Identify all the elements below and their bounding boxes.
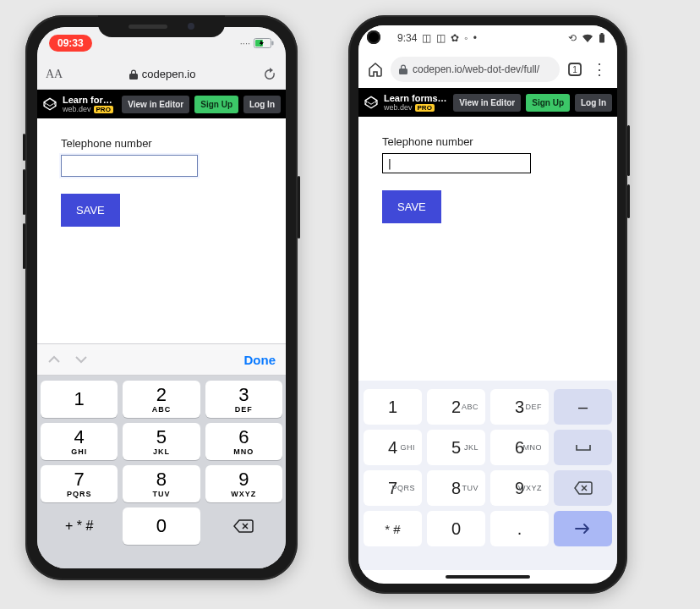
keypad-7[interactable]: 7PQRS	[41, 465, 118, 502]
codepen-title: Learn forms – virt...	[384, 93, 448, 103]
ios-numeric-keypad: 1 2ABC 3DEF 4GHI 5JKL 6MNO 7PQRS 8TUV 9W…	[37, 376, 286, 568]
page-content: Telephone number SAVE	[358, 117, 617, 381]
keypad-4[interactable]: 4GHI	[41, 423, 118, 460]
android-status-time: 9:34	[397, 32, 417, 44]
save-button[interactable]: SAVE	[61, 194, 120, 227]
keypad-space[interactable]	[554, 430, 612, 465]
keypad-5[interactable]: 5JKL	[427, 430, 485, 465]
android-status-bar: 9:34 ◫ ◫ ✿ ◦ • ⟲	[358, 25, 617, 51]
next-field-button[interactable]	[74, 354, 88, 365]
status-icon: ◫	[436, 32, 446, 44]
keypad-delete[interactable]	[205, 508, 282, 545]
keypad-3[interactable]: 3DEF	[490, 389, 549, 425]
keypad-9[interactable]: 9WXYZ	[490, 470, 549, 506]
svg-text:1: 1	[572, 65, 577, 74]
android-gesture-bar[interactable]	[358, 570, 617, 584]
chrome-menu-button[interactable]: ⋮	[590, 60, 609, 79]
reload-button[interactable]	[262, 67, 277, 82]
android-numeric-keypad: 1 2ABC 3DEF – 4GHI 5JKL 6MNO 7PQRS 8TUV	[358, 381, 617, 570]
vpn-icon: ⟲	[568, 32, 577, 44]
iphone-power-button	[298, 176, 300, 239]
keypad-8[interactable]: 8TUV	[427, 470, 485, 506]
svg-rect-2	[272, 41, 274, 46]
wifi-icon	[582, 34, 593, 42]
status-icon: •	[473, 32, 477, 44]
keypad-symbols[interactable]: * #	[364, 511, 422, 546]
keypad-3[interactable]: 3DEF	[205, 381, 282, 418]
ios-safari-toolbar: AA codepen.io	[37, 59, 286, 90]
telephone-input[interactable]	[382, 153, 531, 173]
keypad-0[interactable]: 0	[123, 508, 200, 545]
pro-badge: PRO	[415, 104, 435, 112]
view-in-editor-button[interactable]: View in Editor	[122, 96, 189, 113]
android-volume-rocker	[627, 125, 630, 176]
codepen-top-bar: Learn forms – virt... web.dev PRO View i…	[37, 90, 286, 118]
codepen-logo	[364, 95, 379, 110]
ios-keyboard-accessory: Done	[37, 343, 286, 376]
keypad-5[interactable]: 5JKL	[123, 423, 200, 460]
page-content: Telephone number SAVE	[37, 118, 286, 343]
chrome-home-button[interactable]	[367, 61, 384, 78]
backspace-icon	[573, 481, 593, 495]
iphone-notch	[98, 15, 225, 37]
codepen-logo	[42, 96, 57, 112]
ios-battery-icon	[254, 38, 274, 48]
iphone-device-frame: 09:33 ···· AA	[25, 15, 298, 580]
codepen-title: Learn forms – virt...	[63, 95, 117, 105]
telephone-label: Telephone number	[382, 135, 593, 148]
keypad-symbols[interactable]: + * #	[41, 508, 118, 545]
codepen-author: web.dev	[384, 103, 413, 112]
status-icon: ✿	[451, 32, 459, 44]
keypad-1[interactable]: 1	[364, 389, 422, 425]
keypad-9[interactable]: 9WXYZ	[205, 465, 282, 502]
log-in-button[interactable]: Log In	[243, 96, 281, 113]
battery-icon	[599, 33, 605, 43]
telephone-input[interactable]	[61, 155, 198, 177]
codepen-top-bar: Learn forms – virt... web.dev PRO View i…	[358, 88, 617, 117]
chrome-tabs-button[interactable]: 1	[566, 61, 583, 78]
chrome-omnibox[interactable]: codepen.io/web-dot-dev/full/	[391, 57, 560, 82]
keypad-delete[interactable]	[554, 470, 612, 506]
keypad-dot[interactable]: .	[490, 511, 549, 546]
pro-badge: PRO	[94, 106, 113, 113]
reader-aa-button[interactable]: AA	[46, 68, 63, 81]
svg-rect-3	[599, 35, 604, 43]
ios-status-time: 09:33	[49, 35, 92, 52]
keypad-enter[interactable]	[554, 511, 612, 546]
iphone-volume-up	[23, 169, 25, 215]
keypad-6[interactable]: 6MNO	[490, 430, 549, 465]
chrome-url-text: codepen.io/web-dot-dev/full/	[413, 63, 539, 75]
ios-address-bar[interactable]: codepen.io	[129, 68, 196, 80]
status-icon: ◦	[464, 32, 468, 44]
space-icon	[575, 442, 592, 453]
keypad-7[interactable]: 7PQRS	[364, 470, 422, 506]
codepen-author: web.dev	[63, 105, 91, 113]
keypad-6[interactable]: 6MNO	[205, 423, 282, 460]
keypad-2[interactable]: 2ABC	[427, 389, 485, 425]
keypad-2[interactable]: 2ABC	[123, 381, 200, 418]
ios-signal-dots: ····	[240, 38, 250, 48]
keypad-8[interactable]: 8TUV	[123, 465, 200, 502]
android-device-frame: 9:34 ◫ ◫ ✿ ◦ • ⟲	[348, 15, 627, 594]
backspace-icon	[232, 518, 254, 534]
keypad-1[interactable]: 1	[41, 381, 118, 418]
keyboard-done-button[interactable]: Done	[244, 353, 276, 367]
keypad-0[interactable]: 0	[427, 511, 485, 546]
ios-address-text: codepen.io	[142, 68, 196, 80]
telephone-label: Telephone number	[61, 137, 262, 150]
log-in-button[interactable]: Log In	[575, 94, 612, 112]
save-button[interactable]: SAVE	[382, 190, 441, 223]
keypad-dash[interactable]: –	[554, 389, 612, 425]
sign-up-button[interactable]: Sign Up	[526, 94, 570, 112]
prev-field-button[interactable]	[47, 354, 61, 365]
android-camera-punch-hole	[367, 30, 380, 44]
svg-rect-4	[601, 33, 604, 35]
arrow-right-icon	[574, 523, 593, 535]
iphone-mute-switch	[23, 134, 25, 161]
android-chrome-toolbar: codepen.io/web-dot-dev/full/ 1 ⋮	[358, 51, 617, 88]
view-in-editor-button[interactable]: View in Editor	[453, 94, 521, 112]
sign-up-button[interactable]: Sign Up	[194, 96, 238, 113]
android-power-button	[627, 184, 630, 218]
keypad-4[interactable]: 4GHI	[364, 430, 422, 465]
lock-icon	[129, 69, 138, 80]
